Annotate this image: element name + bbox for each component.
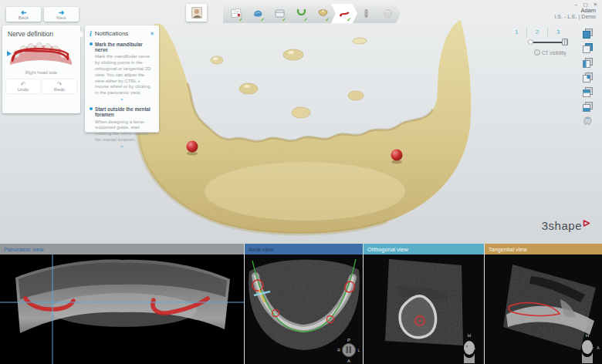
- orientation-label: H: [468, 333, 471, 338]
- 3d-viewport[interactable]: ➜ Back ➜ Next Nerve definition Rig: [0, 0, 602, 244]
- view-cube-icon: [583, 29, 593, 39]
- nerve-entry-point-left[interactable]: [187, 141, 198, 156]
- nerve-guide-illustration: [6, 41, 75, 66]
- orthogonal-view-header[interactable]: Orthogonal view: [364, 244, 484, 254]
- jaw-visibility-button[interactable]: [581, 116, 594, 127]
- workflow-steps: ✓ ✓ ✓ ✓: [223, 4, 401, 23]
- orientation-label: L: [358, 348, 360, 352]
- back-arrow-icon: ➜: [21, 9, 27, 15]
- view-preset-toolbar: [581, 28, 594, 127]
- mandible-mesh: [137, 20, 471, 234]
- notification-body: Mark the mandibular nerve by clicking po…: [95, 54, 154, 96]
- tooth-icon: [583, 116, 593, 126]
- panoramic-view-title: Panoramic view: [4, 246, 44, 253]
- next-label: Next: [56, 15, 66, 20]
- orientation-label: R: [337, 348, 340, 352]
- maximize-button[interactable]: ▢: [583, 2, 587, 7]
- view-cube-icon: [583, 102, 593, 112]
- check-icon: ✓: [303, 17, 308, 23]
- view-preset-button-left[interactable]: [581, 57, 594, 69]
- layout-option-2[interactable]: 2: [526, 28, 547, 37]
- slider-knob[interactable]: [528, 39, 533, 45]
- layout-option-3[interactable]: 3: [547, 28, 568, 37]
- logo-text: 3shape: [542, 219, 582, 232]
- orientation-label: P: [347, 338, 350, 342]
- axial-view-title: Axial view: [249, 246, 273, 253]
- orientation-label: A: [347, 359, 350, 363]
- play-icon: [7, 51, 12, 56]
- back-button[interactable]: ➜ Back: [6, 7, 41, 22]
- orientation-label: H: [586, 333, 589, 338]
- collapse-chevron-icon[interactable]: ⌃: [90, 98, 154, 104]
- redo-icon: ↷: [57, 82, 63, 87]
- view-cube-icon: [583, 87, 593, 97]
- view-preset-button-right[interactable]: [581, 72, 594, 83]
- notification-item: Start outside the mental foramen When de…: [90, 106, 154, 151]
- axial-view-panel: Axial view: [244, 244, 363, 364]
- view-cube-icon: [583, 58, 593, 68]
- undo-icon: ↶: [21, 82, 26, 87]
- orthogonal-view-canvas[interactable]: H: [364, 254, 484, 364]
- 2d-views-row: Panoramic view: [0, 244, 602, 364]
- panoramic-view-panel: Panoramic view: [0, 244, 244, 364]
- redo-label: Redo: [54, 87, 65, 92]
- close-icon[interactable]: ✕: [150, 31, 154, 37]
- window-controls: – ▢ ✕: [575, 2, 597, 7]
- orthogonal-view-title: Orthogonal view: [367, 246, 408, 253]
- tangential-view-title: Tangential view: [489, 246, 527, 253]
- view-cube-icon: [583, 43, 593, 53]
- notification-body: When designing a bone-supported guide, s…: [95, 120, 154, 143]
- next-button[interactable]: ➜ Next: [44, 7, 79, 22]
- minimize-button[interactable]: –: [575, 2, 578, 7]
- check-icon: ✓: [260, 17, 265, 23]
- user-name: Adam: [554, 7, 596, 14]
- illustration-caption: Right head side: [6, 70, 76, 75]
- view-layout-switcher: 1 2 3: [506, 28, 568, 37]
- check-icon: ✓: [282, 17, 286, 23]
- ct-visibility-toggle[interactable]: ⌄ CT visibility: [534, 49, 566, 56]
- redo-button[interactable]: ↷ Redo: [42, 79, 76, 93]
- axial-view-canvas[interactable]: P A R L: [245, 254, 363, 364]
- bullet-icon: [90, 42, 93, 46]
- tangential-view-panel: Tangential view: [484, 244, 602, 364]
- implant-icon: [360, 8, 372, 19]
- layout-option-1[interactable]: 1: [506, 28, 526, 37]
- check-icon: ✓: [238, 17, 243, 23]
- slider-handle[interactable]: [562, 39, 568, 46]
- guide-design-icon: [382, 8, 394, 19]
- notifications-title: Notifications: [95, 30, 147, 37]
- tangential-view-canvas[interactable]: H A: [485, 254, 602, 364]
- implant-studio-app: ➜ Back ➜ Next Nerve definition Rig: [0, 0, 602, 364]
- undo-label: Undo: [18, 87, 29, 92]
- undo-button[interactable]: ↶ Undo: [6, 79, 40, 93]
- ct-opacity-slider[interactable]: [528, 39, 568, 46]
- chevron-down-icon: ⌄: [534, 49, 540, 56]
- next-arrow-icon: ➜: [59, 9, 65, 15]
- scan-fragments: [211, 38, 367, 118]
- patient-photo: [191, 7, 202, 19]
- view-preset-button-front[interactable]: [581, 28, 594, 39]
- panoramic-view-canvas[interactable]: [0, 254, 244, 364]
- nerve-entry-point-right[interactable]: [391, 150, 403, 164]
- view-preset-button-top[interactable]: [581, 86, 594, 98]
- panel-title: Nerve definition: [8, 30, 76, 38]
- tangential-view-header[interactable]: Tangential view: [485, 244, 602, 254]
- view-preset-button-back[interactable]: [581, 42, 594, 54]
- notification-title: Start outside the mental foramen: [95, 106, 154, 117]
- info-icon: i: [90, 29, 92, 38]
- step-treatment-plan[interactable]: ✓: [223, 4, 249, 23]
- org-name: I.S. - L.E. | Demo: [554, 14, 596, 19]
- panoramic-view-header[interactable]: Panoramic view: [0, 244, 244, 254]
- axial-view-header[interactable]: Axial view: [245, 244, 363, 254]
- notification-item: Mark the mandibular nerve Mark the mandi…: [90, 42, 154, 104]
- patient-photo-button[interactable]: [186, 4, 207, 22]
- orthogonal-view-panel: Orthogonal view: [363, 244, 484, 364]
- logo-triangle-icon: [583, 220, 590, 228]
- view-cube-icon: [583, 72, 593, 83]
- bullet-icon: [90, 107, 93, 110]
- view-preset-button-bottom[interactable]: [581, 101, 594, 113]
- nerve-definition-panel: Nerve definition Right head side ↶ Undo: [2, 25, 80, 113]
- collapse-chevron-icon[interactable]: ⌃: [90, 145, 154, 151]
- ct-visibility-label: CT visibility: [542, 50, 566, 56]
- close-window-button[interactable]: ✕: [594, 2, 597, 7]
